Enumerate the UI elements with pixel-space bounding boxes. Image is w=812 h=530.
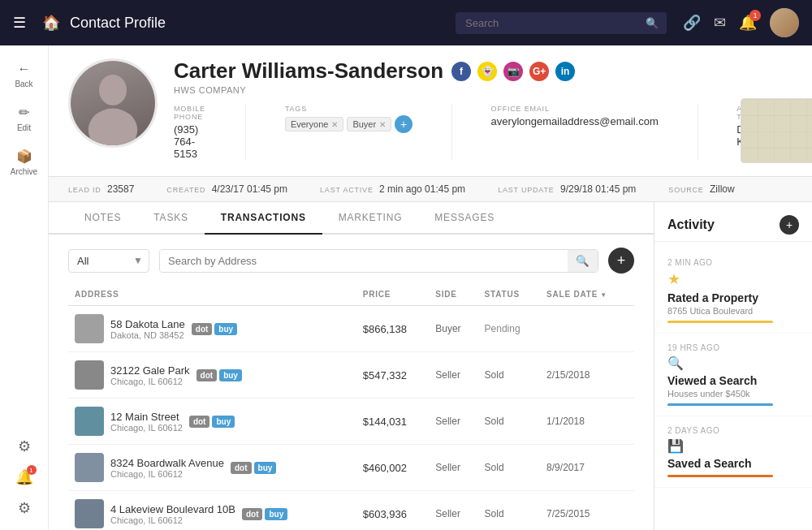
action-tags: dot buy xyxy=(242,508,287,520)
settings-icon[interactable]: ⚙ xyxy=(18,437,31,455)
tag-add-button[interactable]: + xyxy=(395,115,412,133)
meta-created: CREATED 4/23/17 01:45 pm xyxy=(166,183,287,195)
sidebar-item-archive[interactable]: 📦 Archive xyxy=(0,142,48,183)
profile-avatar-image xyxy=(71,61,155,145)
activity-icon-row: ★ xyxy=(667,270,799,288)
side-cell: Seller xyxy=(429,491,477,531)
sidebar-notif-badge: 1 xyxy=(27,465,37,475)
sidebar-item-edit[interactable]: ✏ Edit xyxy=(0,98,48,139)
search-input[interactable] xyxy=(456,12,667,34)
activity-icon[interactable]: 🔔 1 xyxy=(15,468,33,486)
address-text: 32122 Gale Park Chicago, IL 60612 xyxy=(110,364,190,386)
snapchat-icon[interactable]: 👻 xyxy=(477,62,497,81)
address-cell: 58 Dakota Lane Dakota, ND 38452 dot buy xyxy=(75,314,350,343)
save-icon: 💾 xyxy=(667,438,684,454)
date-cell xyxy=(540,306,634,352)
left-sidebar: ← Back ✏ Edit 📦 Archive ⚙ 🔔 1 ⚙ xyxy=(0,45,49,530)
notification-badge: 1 xyxy=(749,10,761,21)
last-update-label: LAST UPDATE xyxy=(498,186,554,194)
search-wrap: 🔍 xyxy=(456,12,667,34)
side-cell: Buyer xyxy=(429,306,477,352)
address-search-input[interactable] xyxy=(160,250,568,272)
date-cell: 8/9/2017 xyxy=(540,445,634,491)
map-image xyxy=(741,99,812,162)
activity-time: 2 MIN AGO xyxy=(667,258,799,267)
created-value: 4/23/17 01:45 pm xyxy=(212,183,287,195)
activity-item: 19 HRS AGO 🔍 Viewed a Search Houses unde… xyxy=(654,334,812,416)
activity-item-subtitle: Houses under $450k xyxy=(667,389,799,399)
side-cell: Seller xyxy=(429,352,477,399)
mail-icon[interactable]: ✉ xyxy=(714,14,726,32)
city: Chicago, IL 60612 xyxy=(110,469,224,479)
source-label: SOURCE xyxy=(668,186,703,194)
table-row[interactable]: 8324 Boardwalk Avenue Chicago, IL 60612 … xyxy=(68,445,634,491)
last-active-value: 2 min ago 01:45 pm xyxy=(379,183,465,195)
search-icon: 🔍 xyxy=(667,355,684,371)
activity-panel: Activity + 2 MIN AGO ★ Rated a Property … xyxy=(654,202,812,530)
tag-everyone-remove[interactable]: ✕ xyxy=(331,120,338,129)
edit-label: Edit xyxy=(17,123,31,132)
link-icon[interactable]: 🔗 xyxy=(683,14,701,32)
activity-time: 2 DAYS AGO xyxy=(667,426,799,435)
profile-header: Carter Williams-Sanderson f 👻 📷 G+ in HW… xyxy=(49,45,812,177)
meta-bar: LEAD ID 23587 CREATED 4/23/17 01:45 pm L… xyxy=(49,177,812,202)
activity-header: Activity + xyxy=(654,202,812,242)
meta-lead-id: LEAD ID 23587 xyxy=(68,183,134,195)
col-side: SIDE xyxy=(429,283,477,306)
add-transaction-button[interactable]: + xyxy=(608,248,634,274)
hamburger-icon[interactable]: ☰ xyxy=(13,14,26,32)
col-sale-date[interactable]: SALE DATE xyxy=(540,283,634,306)
archive-label: Archive xyxy=(11,167,37,176)
table-row[interactable]: 4 Lakeview Boulevard 10B Chicago, IL 606… xyxy=(68,491,634,531)
activity-add-button[interactable]: + xyxy=(780,215,799,235)
col-status: STATUS xyxy=(478,283,541,306)
activity-bar xyxy=(667,403,773,406)
activity-bar xyxy=(667,321,773,323)
mobile-phone-field: MOBILE PHONE (935) 764-5153 xyxy=(174,105,206,160)
activity-list: 2 MIN AGO ★ Rated a Property 8765 Utica … xyxy=(654,242,812,530)
address-search-button[interactable]: 🔍 xyxy=(568,250,598,272)
tab-messages[interactable]: MESSAGES xyxy=(418,202,511,235)
street: 12 Main Street xyxy=(110,411,183,423)
tab-notes[interactable]: NOTES xyxy=(68,202,137,235)
filter-dropdown[interactable]: All xyxy=(68,249,149,273)
lead-id-label: LEAD ID xyxy=(68,186,102,194)
user-avatar[interactable] xyxy=(770,8,799,37)
table-row[interactable]: 58 Dakota Lane Dakota, ND 38452 dot buy … xyxy=(68,306,634,352)
instagram-icon[interactable]: 📷 xyxy=(503,62,523,81)
tag-everyone: Everyone ✕ xyxy=(285,117,343,131)
googleplus-icon[interactable]: G+ xyxy=(529,62,549,81)
tabs-bar: NOTES TASKS TRANSACTIONS MARKETING MESSA… xyxy=(49,202,654,235)
sidebar-item-back[interactable]: ← Back xyxy=(0,55,48,95)
meta-source: SOURCE Zillow xyxy=(668,183,734,195)
profile-fields: MOBILE PHONE (935) 764-5153 TAGS Everyon… xyxy=(174,105,780,160)
logo-icon: 🏠 xyxy=(42,14,60,32)
side-cell: Seller xyxy=(429,445,477,491)
activity-item-title: Rated a Property xyxy=(667,291,799,304)
activity-item-subtitle: 8765 Utica Boulevard xyxy=(667,306,799,316)
table-row[interactable]: 32122 Gale Park Chicago, IL 60612 dot bu… xyxy=(68,352,634,399)
action-tags: dot buy xyxy=(192,323,237,335)
search-icon: 🔍 xyxy=(646,17,659,29)
address-text: 8324 Boardwalk Avenue Chicago, IL 60612 xyxy=(110,457,224,479)
col-price: PRICE xyxy=(356,283,430,306)
table-row[interactable]: 12 Main Street Chicago, IL 60612 dot buy… xyxy=(68,399,634,445)
dot-tag: dot xyxy=(192,323,213,335)
dot-tag: dot xyxy=(197,369,218,381)
street: 58 Dakota Lane xyxy=(110,318,185,330)
tab-transactions[interactable]: TRANSACTIONS xyxy=(205,202,322,235)
linkedin-icon[interactable]: in xyxy=(555,62,575,81)
tag-buyer-remove[interactable]: ✕ xyxy=(379,120,386,129)
tab-marketing[interactable]: MARKETING xyxy=(322,202,419,235)
office-email-field: OFFICE EMAIL averylongemailaddress@email… xyxy=(491,105,659,160)
tools-icon[interactable]: ⚙ xyxy=(18,499,31,517)
action-tags: dot buy xyxy=(197,369,242,381)
bell-icon[interactable]: 🔔 1 xyxy=(739,14,757,32)
office-email-value: averylongemailaddress@email.com xyxy=(491,115,659,127)
activity-bar xyxy=(667,475,773,477)
activity-icon-row: 💾 xyxy=(667,438,799,454)
facebook-icon[interactable]: f xyxy=(451,62,471,81)
profile-right: CO-BUYER Kathy Davis ⋯ More Details xyxy=(796,58,812,163)
tab-tasks[interactable]: TASKS xyxy=(137,202,204,235)
street: 32122 Gale Park xyxy=(110,364,190,377)
